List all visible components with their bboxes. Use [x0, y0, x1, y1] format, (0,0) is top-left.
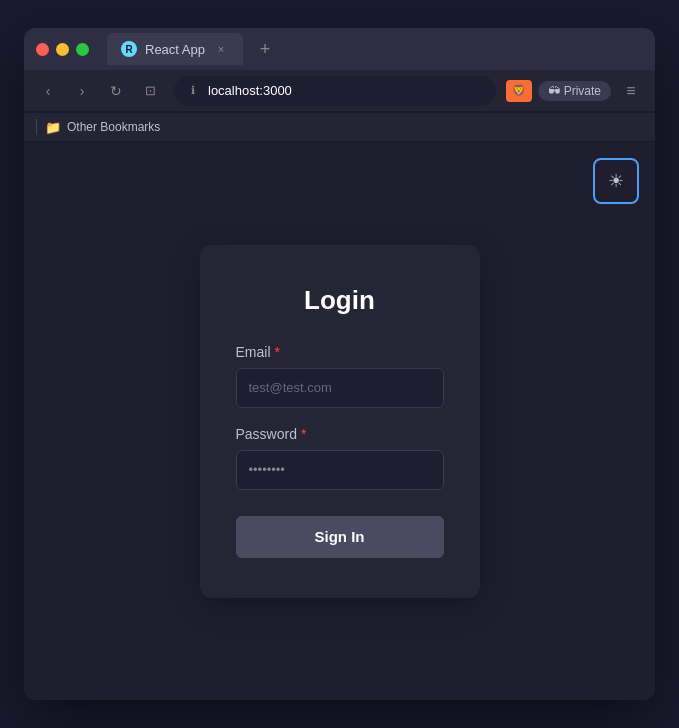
address-bar[interactable]: ℹ localhost:3000 [174, 76, 496, 106]
other-bookmarks-label: Other Bookmarks [67, 120, 160, 134]
security-icon: ℹ [186, 84, 200, 98]
browser-window: R React App × + ‹ › ↻ ⊡ ℹ localhost:3000… [24, 28, 655, 700]
page-content: ☀ Login Email * Password * [24, 142, 655, 700]
brave-shield-icon[interactable]: 🦁 [506, 80, 532, 102]
glasses-icon: 🕶 [548, 84, 560, 98]
folder-icon: 📁 [45, 120, 61, 135]
login-title: Login [236, 285, 444, 316]
forward-button[interactable]: › [68, 77, 96, 105]
email-label: Email * [236, 344, 444, 360]
address-host: localhost [208, 83, 259, 98]
password-input[interactable] [236, 450, 444, 490]
bookmarks-bar: 📁 Other Bookmarks [24, 112, 655, 142]
close-window-button[interactable] [36, 43, 49, 56]
address-port: :3000 [259, 83, 292, 98]
reload-icon: ↻ [110, 83, 122, 99]
traffic-lights [36, 43, 89, 56]
nav-bar: ‹ › ↻ ⊡ ℹ localhost:3000 🦁 🕶 Private ≡ [24, 70, 655, 112]
email-required-star: * [275, 344, 280, 360]
back-button[interactable]: ‹ [34, 77, 62, 105]
hamburger-icon: ≡ [626, 82, 635, 100]
tab-title: React App [145, 42, 205, 57]
browser-menu-button[interactable]: ≡ [617, 77, 645, 105]
password-label-text: Password [236, 426, 297, 442]
email-label-text: Email [236, 344, 271, 360]
back-icon: ‹ [46, 83, 51, 99]
bookmarks-divider [36, 119, 37, 135]
sign-in-button[interactable]: Sign In [236, 516, 444, 558]
tab-favicon: R [121, 41, 137, 57]
login-card-wrapper: Login Email * Password * Sign In [24, 142, 655, 700]
active-tab[interactable]: R React App × [107, 33, 243, 65]
email-form-group: Email * [236, 344, 444, 408]
new-tab-button[interactable]: + [251, 35, 279, 63]
tab-close-button[interactable]: × [213, 41, 229, 57]
password-form-group: Password * [236, 426, 444, 490]
private-label: Private [564, 84, 601, 98]
private-mode-badge: 🕶 Private [538, 81, 611, 101]
other-bookmarks-folder[interactable]: 📁 Other Bookmarks [45, 120, 160, 135]
tab-area: R React App × + [107, 33, 643, 65]
login-card: Login Email * Password * Sign In [200, 245, 480, 598]
password-required-star: * [301, 426, 306, 442]
bookmark-page-button[interactable]: ⊡ [136, 77, 164, 105]
forward-icon: › [80, 83, 85, 99]
address-text: localhost:3000 [208, 83, 292, 98]
password-label: Password * [236, 426, 444, 442]
title-bar: R React App × + [24, 28, 655, 70]
minimize-window-button[interactable] [56, 43, 69, 56]
bookmark-icon: ⊡ [145, 83, 156, 98]
maximize-window-button[interactable] [76, 43, 89, 56]
email-input[interactable] [236, 368, 444, 408]
reload-button[interactable]: ↻ [102, 77, 130, 105]
